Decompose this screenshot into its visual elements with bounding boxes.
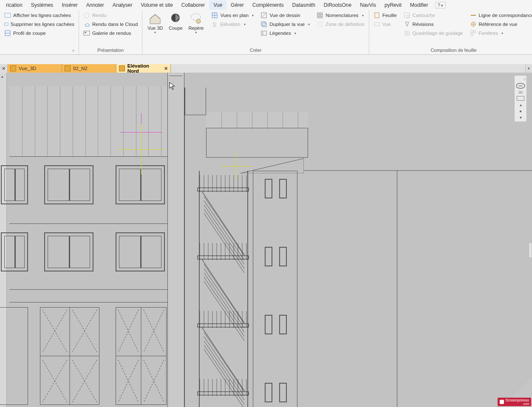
vue-3d-button[interactable]: Vue 3D▾ [145, 11, 165, 47]
tab-icon [10, 65, 16, 71]
vue-sheet-button: Vue [372, 20, 399, 28]
menu-annoter[interactable]: Annoter [82, 0, 108, 10]
tab-02-n2[interactable]: 02_N2 [62, 64, 116, 73]
menu-systemes[interactable]: Systèmes [27, 0, 58, 10]
building-main-block [9, 73, 167, 407]
tab-label: Vue_3D [19, 66, 36, 71]
menu-vue[interactable]: Vue [209, 0, 226, 10]
help-dropdown[interactable]: ?▾ [435, 2, 446, 8]
reference-vue-button[interactable]: Référence de vue [468, 20, 532, 28]
view-tabs-bar: ✕ Vue_3D 02_N2 Elévation Nord ✕ ▾ [0, 64, 532, 73]
tab-elevation-nord[interactable]: Elévation Nord ✕ [116, 64, 171, 73]
btn-label: Légendes [269, 31, 291, 36]
menu-volume[interactable]: Volume et site [136, 0, 177, 10]
watermark-brand: Screenpresso [505, 399, 529, 402]
btn-label: Profil de coupe [13, 31, 46, 36]
afficher-lignes-cachees-button[interactable]: Afficher les lignes cachées [3, 11, 76, 20]
menu-inserer[interactable]: Insérer [57, 0, 82, 10]
navcube-2d-label: 2D [518, 90, 523, 94]
view-icon [374, 21, 380, 28]
svg-point-7 [196, 19, 201, 23]
duplicate-view-icon [260, 21, 267, 28]
menu-gerer[interactable]: Gérer [226, 0, 248, 10]
navcube-down-icon[interactable]: ▾ [520, 115, 522, 120]
btn-label: Nomenclatures [325, 13, 358, 18]
repere-button[interactable]: Repère▾ [186, 11, 206, 47]
btn-label: Feuille [382, 13, 397, 18]
far-wall-line [397, 170, 397, 407]
guide-grid-icon [404, 30, 410, 37]
btn-label: Coupe [169, 25, 182, 31]
svg-point-2 [84, 13, 89, 18]
navcube-close-icon[interactable]: □ [524, 77, 526, 81]
elevation-icon [211, 21, 218, 28]
rendu-button: Rendu [82, 11, 139, 20]
plan-view-icon [211, 12, 218, 19]
navcube-up-icon[interactable]: ▴ [520, 102, 522, 107]
right-panel-handle[interactable] [529, 243, 532, 258]
dupliquer-vue-button[interactable]: Dupliquer la vue▾ [259, 20, 311, 28]
scope-box-icon [317, 21, 323, 28]
menu-rication[interactable]: rication [2, 0, 27, 10]
btn-label: Supprimer les lignes cachées [11, 22, 74, 27]
svg-rect-21 [474, 31, 476, 33]
rendu-cloud-button[interactable]: Rendu dans le Cloud [82, 20, 139, 28]
steering-wheel-icon[interactable] [516, 83, 525, 89]
nomenclatures-button[interactable]: Nomenclatures▾ [315, 11, 366, 20]
coupe-button[interactable]: Coupe [165, 11, 186, 47]
building-tower [167, 73, 184, 407]
btn-label: Révisions [413, 22, 434, 27]
sheet-icon [374, 12, 380, 19]
supprimer-lignes-cachees-button[interactable]: Supprimer les lignes cachées [3, 20, 76, 28]
tab-vue-3d[interactable]: Vue_3D [8, 64, 62, 73]
menu-collaborer[interactable]: Collaborer [177, 0, 209, 10]
menu-complements[interactable]: Compléments [248, 0, 288, 10]
close-pane-button[interactable]: ✕ [0, 64, 8, 73]
menu-pyrevit[interactable]: pyRevit [380, 0, 406, 10]
group-expander[interactable]: » [72, 48, 76, 53]
btn-label: Afficher les lignes cachées [13, 13, 71, 18]
fenetres-button: Fenêtres▾ [468, 29, 532, 37]
revisions-button[interactable]: Révisions [402, 20, 465, 28]
btn-label: Fenêtres [479, 31, 498, 36]
drawing-canvas[interactable]: □ 2D ▴ ● ▾ Screenpresso .com [7, 73, 532, 407]
btn-label: Quadrillage de guidage [413, 31, 463, 36]
viewports-icon [470, 30, 477, 37]
feuille-button[interactable]: Feuille [372, 11, 399, 20]
tab-label: 02_N2 [73, 66, 88, 71]
viewport[interactable]: ▴ [0, 73, 532, 407]
navcube-pan-icon[interactable] [517, 96, 524, 101]
menu-diroots[interactable]: DiRootsOne [320, 0, 356, 10]
ligne-correspondance-button[interactable]: Ligne de correspondance [468, 11, 532, 20]
svg-rect-18 [407, 15, 409, 17]
tab-label: Elévation Nord [127, 63, 161, 73]
tab-close-button[interactable]: ✕ [164, 66, 168, 71]
navigation-cube[interactable]: □ 2D ▴ ● ▾ [514, 75, 527, 122]
elevation-button[interactable]: Elévation▾ [209, 20, 255, 28]
render-icon [83, 12, 90, 19]
legend-icon [260, 30, 267, 37]
drafting-view-icon [260, 12, 267, 19]
btn-label: Rendu dans le Cloud [92, 22, 138, 27]
profil-coupe-button[interactable]: Profil de coupe [3, 29, 76, 37]
ground-line [304, 170, 532, 171]
svg-rect-11 [263, 23, 266, 27]
legendes-button[interactable]: Légendes▾ [259, 29, 311, 37]
menu-modifier[interactable]: Modifier [406, 0, 433, 10]
schedule-icon [317, 12, 323, 19]
menu-navvis[interactable]: NavVis [356, 0, 380, 10]
menu-analyser[interactable]: Analyser [108, 0, 137, 10]
menu-bar: rication Systèmes Insérer Annoter Analys… [0, 0, 532, 10]
view-reference-icon [470, 21, 477, 28]
vues-en-plan-button[interactable]: Vues en plan▾ [209, 11, 255, 20]
quadrillage-button: Quadrillage de guidage [402, 29, 465, 37]
btn-label: Galerie de rendus [92, 31, 131, 36]
navcube-dot-icon[interactable]: ● [519, 109, 522, 113]
galerie-rendus-button[interactable]: Galerie de rendus [82, 29, 139, 37]
menu-datasmith[interactable]: Datasmith [288, 0, 320, 10]
svg-rect-13 [317, 13, 323, 18]
tabs-overflow-button[interactable]: ▾ [525, 64, 532, 73]
btn-label: Vue [382, 22, 391, 27]
vue-dessin-button[interactable]: Vue de dessin [259, 11, 311, 20]
gallery-icon [83, 30, 90, 37]
